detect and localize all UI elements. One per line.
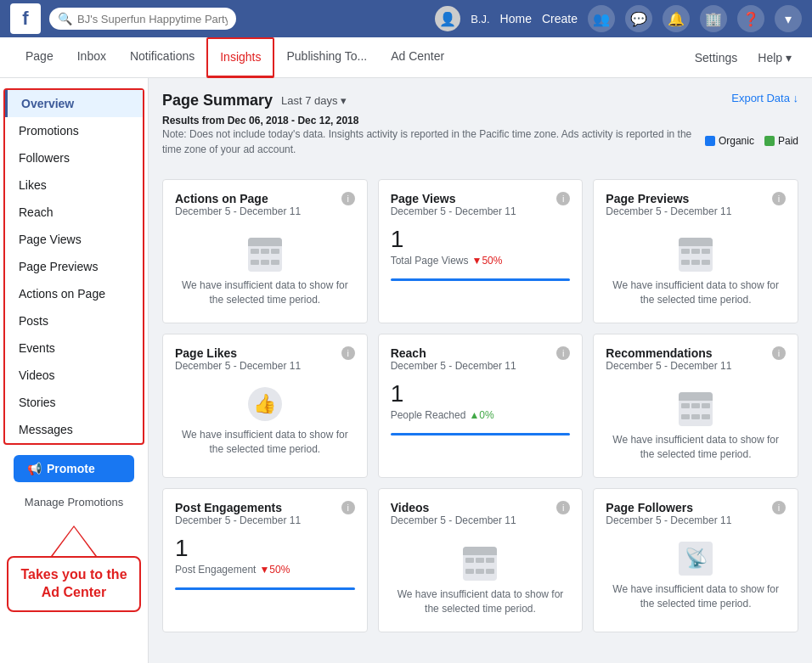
card-date: December 5 - December 11 (175, 205, 301, 217)
thumbs-icon: 👍 (248, 387, 282, 421)
info-icon[interactable]: i (556, 346, 570, 360)
manage-promotions-link[interactable]: Manage Promotions (0, 492, 148, 512)
help-link[interactable]: Help ▾ (751, 48, 798, 68)
info-icon[interactable]: i (341, 346, 355, 360)
help-icon[interactable]: ❓ (737, 5, 764, 32)
date-note-text: Note: Does not include today's data. Ins… (162, 126, 705, 157)
settings-link[interactable]: Settings (688, 48, 745, 68)
sidebar-item-promotions[interactable]: Promotions (5, 117, 143, 144)
sidebar-item-reach[interactable]: Reach (5, 199, 143, 226)
card-reach: Reach December 5 - December 11 i 1 Peopl… (378, 334, 584, 478)
card-post-engagements: Post Engagements December 5 - December 1… (162, 488, 368, 632)
sidebar-item-messages[interactable]: Messages (5, 416, 143, 443)
search-input[interactable] (77, 13, 228, 25)
sidebar-item-likes[interactable]: Likes (5, 171, 143, 199)
info-icon[interactable]: i (556, 192, 570, 205)
sidebar-item-pagepreviews[interactable]: Page Previews (5, 253, 143, 280)
sidebar-item-followers[interactable]: Followers (5, 144, 143, 171)
legend-paid: Paid (764, 135, 798, 147)
card-date: December 5 - December 11 (606, 360, 731, 372)
metric-value: 1 (391, 226, 571, 253)
sidebar: Overview Promotions Followers Likes Reac… (0, 78, 149, 663)
sidebar-menu-border: Overview Promotions Followers Likes Reac… (3, 88, 144, 445)
callout-box: Takes you to the Ad Center (7, 556, 141, 612)
nav-adcenter[interactable]: Ad Center (379, 37, 456, 78)
pages-icon[interactable]: 🏢 (700, 5, 727, 32)
summary-header-row: Page Summary Last 7 days ▾ Export Data ↓ (162, 92, 798, 110)
nav-page[interactable]: Page (14, 37, 65, 78)
search-bar[interactable]: 🔍 (49, 8, 236, 30)
nav-inbox[interactable]: Inbox (65, 37, 118, 78)
calendar-icon (391, 547, 571, 581)
nav-publishing[interactable]: Publishing To... (274, 37, 379, 78)
metric-value: 1 (391, 380, 571, 407)
card-page-previews: Page Previews December 5 - December 11 i… (593, 179, 798, 323)
card-videos: Videos December 5 - December 11 i We hav… (378, 488, 584, 632)
info-icon[interactable]: i (772, 192, 786, 205)
card-title: Page Likes (175, 346, 301, 360)
calendar-icon (175, 238, 355, 272)
top-nav-right: 👤 B.J. Home Create 👥 💬 🔔 🏢 ❓ ▾ (435, 5, 802, 32)
sidebar-item-overview[interactable]: Overview (5, 90, 143, 117)
card-date: December 5 - December 11 (606, 514, 731, 526)
card-title: Page Views (391, 192, 516, 205)
card-date: December 5 - December 11 (391, 360, 516, 372)
sidebar-item-videos[interactable]: Videos (5, 362, 143, 389)
card-title: Post Engagements (175, 501, 301, 514)
avatar: 👤 (435, 6, 460, 31)
card-title: Videos (391, 501, 516, 514)
card-date: December 5 - December 11 (175, 514, 301, 526)
sidebar-item-posts[interactable]: Posts (5, 307, 143, 334)
date-filter[interactable]: Last 7 days ▾ (281, 94, 347, 107)
info-icon[interactable]: i (341, 501, 355, 514)
info-icon[interactable]: i (341, 192, 355, 205)
no-data-text: We have insufficient data to show for th… (606, 582, 786, 611)
sidebar-item-pageviews[interactable]: Page Views (5, 226, 143, 253)
top-navigation: f 🔍 👤 B.J. Home Create 👥 💬 🔔 🏢 ❓ ▾ (0, 0, 812, 37)
no-data-text: We have insufficient data to show for th… (606, 433, 786, 462)
no-data-text: We have insufficient data to show for th… (175, 278, 355, 307)
organic-label: Organic (719, 135, 754, 147)
export-data-link[interactable]: Export Data ↓ (731, 92, 798, 104)
page-summary-title: Page Summary (162, 92, 273, 110)
date-range-label: Results from Dec 06, 2018 - Dec 12, 2018 (162, 115, 705, 126)
notifications-icon[interactable]: 🔔 (663, 5, 690, 32)
friends-icon[interactable]: 👥 (588, 5, 615, 32)
metric-sublabel: Post Engagement ▼50% (175, 564, 355, 576)
card-actions-on-page: Actions on Page December 5 - December 11… (162, 179, 368, 323)
sidebar-item-stories[interactable]: Stories (5, 389, 143, 416)
main-layout: Overview Promotions Followers Likes Reac… (0, 78, 812, 663)
card-page-likes: Page Likes December 5 - December 11 i 👍 … (162, 334, 368, 478)
no-data-text: We have insufficient data to show for th… (391, 587, 571, 616)
card-date: December 5 - December 11 (606, 205, 731, 217)
nav-insights[interactable]: Insights (206, 37, 274, 78)
messenger-icon[interactable]: 💬 (625, 5, 652, 32)
metric-sublabel: Total Page Views ▼50% (391, 255, 571, 267)
chart-line (391, 278, 571, 281)
metrics-grid: Actions on Page December 5 - December 11… (162, 179, 798, 632)
callout-container: Takes you to the Ad Center (7, 525, 141, 612)
card-title: Page Followers (606, 501, 731, 514)
main-content: Page Summary Last 7 days ▾ Export Data ↓… (149, 78, 812, 663)
info-icon[interactable]: i (556, 501, 570, 514)
legend-organic: Organic (705, 135, 754, 147)
info-icon[interactable]: i (772, 501, 786, 514)
calendar-icon (606, 392, 786, 426)
sidebar-item-events[interactable]: Events (5, 334, 143, 362)
paid-label: Paid (778, 135, 798, 147)
sidebar-item-actions[interactable]: Actions on Page (5, 280, 143, 307)
create-link[interactable]: Create (542, 12, 578, 25)
metric-value: 1 (175, 535, 355, 562)
no-data-text: We have insufficient data to show for th… (175, 428, 355, 457)
search-icon: 🔍 (58, 12, 72, 25)
info-icon[interactable]: i (772, 346, 786, 360)
card-title: Reach (391, 346, 516, 360)
organic-dot (705, 136, 715, 146)
card-title: Page Previews (606, 192, 731, 205)
promote-button[interactable]: 📢 Promote (14, 455, 134, 482)
chevron-down-icon[interactable]: ▾ (775, 5, 802, 32)
home-link[interactable]: Home (500, 12, 532, 25)
nav-notifications[interactable]: Notifications (118, 37, 206, 78)
card-recommendations: Recommendations December 5 - December 11… (593, 334, 798, 478)
promote-icon: 📢 (27, 462, 42, 475)
